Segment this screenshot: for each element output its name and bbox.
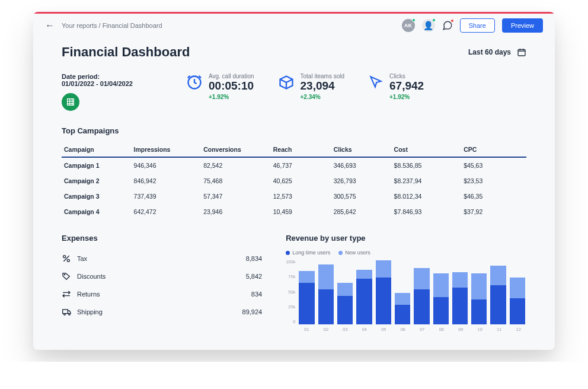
- table-cell: Campaign 2: [62, 173, 132, 189]
- bar-segment-long-time-users: [395, 305, 410, 324]
- legend-label: Long time users: [292, 250, 330, 256]
- bar-segment-long-time-users: [356, 279, 372, 324]
- chat-button[interactable]: [442, 20, 453, 31]
- breadcrumb[interactable]: Your reports / Financial Dashboard: [62, 22, 395, 29]
- table-cell: 846,942: [132, 173, 202, 189]
- table-cell: 10,459: [271, 204, 331, 219]
- bar-segment-new-users: [490, 266, 506, 285]
- chart-bar[interactable]: [318, 259, 334, 324]
- kpi-clicks: Clicks 67,942 +1.92%: [368, 73, 424, 100]
- kpi-value: 23,094: [301, 80, 344, 93]
- content-area: Financial Dashboard Last 60 days Date pe…: [33, 37, 555, 350]
- x-tick-label: 04: [357, 327, 372, 332]
- chart-bar[interactable]: [376, 259, 391, 324]
- svg-point-4: [67, 259, 69, 262]
- kpi-avg-call-duration: Avg. call duration 00:05:10 +1.92%: [186, 73, 254, 100]
- avatar-initials-text: AK: [404, 23, 412, 28]
- header-bar: ← Your reports / Financial Dashboard AK …: [33, 14, 555, 37]
- chart-bar[interactable]: [490, 259, 506, 324]
- chart-bar[interactable]: [433, 259, 449, 324]
- expense-item: Discounts5,842: [62, 267, 262, 285]
- date-period-label: Date period:: [62, 73, 162, 80]
- bar-segment-long-time-users: [510, 298, 525, 324]
- table-cell: 346,693: [331, 157, 392, 173]
- svg-point-3: [63, 256, 66, 258]
- table-cell: $46,35: [461, 189, 526, 204]
- chart-bar[interactable]: [299, 259, 314, 324]
- svg-point-5: [64, 274, 65, 275]
- dashboard-window: ← Your reports / Financial Dashboard AK …: [33, 12, 555, 350]
- bar-segment-new-users: [414, 268, 429, 289]
- kpi-label: Clicks: [389, 73, 424, 79]
- avatar-photo[interactable]: 👤: [422, 19, 435, 32]
- table-row[interactable]: Campaign 1946,34682,54246,737346,693$8.5…: [62, 157, 526, 173]
- chart-bar[interactable]: [414, 259, 429, 324]
- x-tick-label: 02: [318, 327, 334, 332]
- chart-bar[interactable]: [395, 259, 410, 324]
- preview-button[interactable]: Preview: [502, 18, 543, 33]
- swap-icon: [62, 289, 77, 299]
- bar-segment-long-time-users: [433, 297, 449, 324]
- svg-point-8: [69, 314, 71, 315]
- bar-segment-long-time-users: [471, 299, 487, 324]
- bottom-row: Expenses Tax8,834Discounts5,842Returns83…: [62, 234, 526, 332]
- table-header-cell: Conversions: [201, 142, 271, 157]
- chart-x-axis: 010203040506070809101112: [299, 327, 526, 332]
- chart-bar[interactable]: [337, 259, 353, 324]
- kpi-label: Avg. call duration: [209, 73, 254, 79]
- chart-y-axis: 100k75k50k25k0: [286, 259, 295, 324]
- status-dot-icon: [412, 18, 416, 22]
- avatar-initials[interactable]: AK: [402, 19, 415, 32]
- x-tick-label: 11: [491, 327, 507, 332]
- expense-value: 8,834: [246, 255, 263, 262]
- table-row[interactable]: Campaign 4642,47223,94610,459285,642$7.8…: [62, 204, 526, 219]
- status-dot-icon: [432, 18, 436, 22]
- expense-label: Tax: [77, 255, 246, 262]
- svg-point-7: [64, 314, 66, 315]
- table-row[interactable]: Campaign 3737,43957,34712,573300,575$8.0…: [62, 189, 526, 204]
- date-range-selector[interactable]: Last 60 days: [468, 47, 526, 57]
- table-row[interactable]: Campaign 2846,94275,46840,625326,793$8.2…: [62, 173, 526, 189]
- table-cell: Campaign 4: [62, 204, 132, 219]
- person-icon: 👤: [423, 21, 433, 30]
- legend-swatch-icon: [338, 251, 343, 255]
- percent-icon: [62, 254, 77, 263]
- chart-bar[interactable]: [510, 259, 525, 324]
- svg-rect-6: [63, 310, 68, 314]
- x-tick-label: 08: [434, 327, 449, 332]
- table-cell: 82,542: [201, 157, 271, 173]
- date-range-label: Last 60 days: [468, 48, 511, 56]
- table-header-cell: Clicks: [331, 142, 392, 157]
- y-tick-label: 0: [286, 319, 295, 324]
- expense-item: Tax8,834: [62, 250, 262, 267]
- bar-segment-new-users: [452, 272, 468, 288]
- table-cell: Campaign 1: [62, 157, 132, 173]
- svg-rect-1: [68, 99, 74, 106]
- table-header-cell: Reach: [271, 142, 331, 157]
- expense-value: 5,842: [246, 273, 263, 280]
- kpi-items-sold: Total iteams sold 23,094 +2.34%: [278, 73, 344, 100]
- chart-bar[interactable]: [452, 259, 468, 324]
- chart-bar[interactable]: [471, 259, 487, 324]
- kpi-label: Total iteams sold: [301, 73, 344, 79]
- x-tick-label: 05: [376, 327, 391, 332]
- table-cell: $8.237,94: [392, 173, 462, 189]
- table-header-cell: Campaign: [62, 142, 132, 157]
- table-cell: 57,347: [201, 189, 271, 204]
- expense-label: Returns: [77, 291, 251, 298]
- bar-segment-long-time-users: [452, 288, 468, 324]
- table-cell: 12,573: [271, 189, 331, 204]
- chart-wrap: 100k75k50k25k0: [286, 259, 526, 324]
- table-header-cell: Cost: [392, 142, 462, 157]
- bar-segment-long-time-users: [299, 283, 314, 324]
- svg-rect-0: [518, 49, 525, 56]
- table-cell: 23,946: [201, 204, 271, 219]
- share-button[interactable]: Share: [460, 18, 495, 33]
- table-cell: 285,642: [331, 204, 392, 219]
- x-tick-label: 06: [395, 327, 411, 332]
- back-arrow-icon[interactable]: ←: [45, 20, 55, 31]
- chart-bar[interactable]: [356, 259, 372, 324]
- table-cell: Campaign 3: [62, 189, 132, 204]
- spreadsheet-icon[interactable]: [62, 93, 79, 111]
- table-cell: $23,53: [461, 173, 526, 189]
